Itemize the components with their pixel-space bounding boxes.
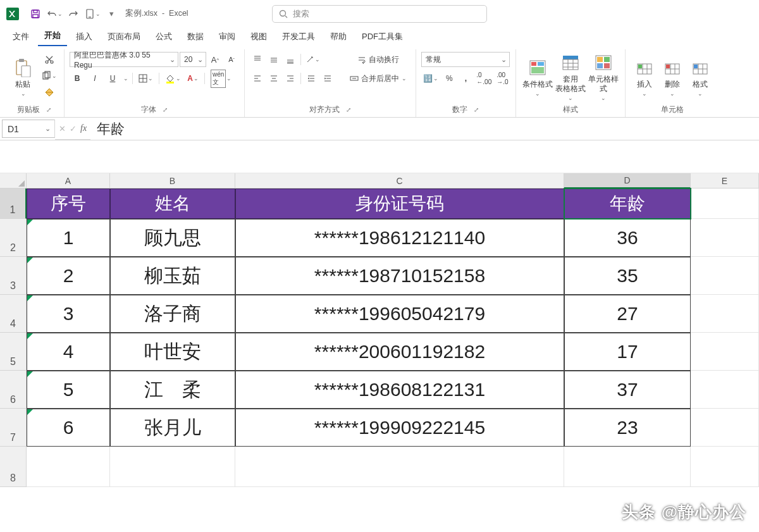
indent-decrease-button[interactable] [304, 71, 319, 86]
undo-button[interactable]: ⌄ [46, 5, 63, 23]
cell-E4[interactable] [691, 295, 759, 333]
format-cells-button[interactable]: 格式⌄ [686, 52, 714, 101]
row-header-6[interactable]: 6 [0, 371, 27, 409]
cell-A5[interactable]: 4 [27, 333, 110, 371]
format-painter-button[interactable] [39, 85, 59, 100]
tab-开始[interactable]: 开始 [38, 27, 67, 46]
cell-D5[interactable]: 17 [564, 333, 691, 371]
tab-视图[interactable]: 视图 [244, 28, 273, 46]
clipboard-launcher-icon[interactable]: ⤢ [46, 106, 51, 113]
cell-B1[interactable]: 姓名 [110, 189, 235, 219]
font-launcher-icon[interactable]: ⤢ [163, 106, 168, 113]
decrease-decimal-button[interactable]: .00→.0 [495, 71, 510, 86]
insert-cells-button[interactable]: 插入⌄ [631, 52, 658, 101]
cell-A6[interactable]: 5 [27, 371, 110, 409]
cell-C2[interactable]: ******198612121140 [235, 219, 564, 257]
underline-button[interactable]: U [105, 71, 120, 86]
redo-button[interactable] [65, 5, 82, 23]
percent-button[interactable]: % [441, 71, 457, 86]
cell-styles-button[interactable]: 单元格样式⌄ [587, 52, 620, 101]
fx-icon[interactable]: fx [80, 123, 87, 133]
cell-B5[interactable]: 叶世安 [110, 333, 235, 371]
tab-PDF工具集[interactable]: PDF工具集 [355, 28, 409, 46]
align-bottom-button[interactable] [283, 52, 298, 67]
cell-E1[interactable] [691, 189, 759, 219]
conditional-format-button[interactable]: 条件格式⌄ [521, 52, 554, 101]
indent-increase-button[interactable] [320, 71, 335, 86]
cell-E8[interactable] [691, 447, 759, 487]
tab-开发工具[interactable]: 开发工具 [276, 28, 321, 46]
tab-审阅[interactable]: 审阅 [213, 28, 242, 46]
number-launcher-icon[interactable]: ⤢ [474, 106, 479, 113]
cell-D4[interactable]: 27 [564, 295, 691, 333]
shrink-font-button[interactable]: Aˇ [224, 52, 239, 67]
cell-A3[interactable]: 2 [27, 257, 110, 295]
phonetic-button[interactable]: wén文⌄ [209, 71, 233, 86]
search-input[interactable]: 搜索 [272, 5, 487, 23]
cell-A4[interactable]: 3 [27, 295, 110, 333]
column-header-E[interactable]: E [691, 173, 759, 189]
cell-B4[interactable]: 洛子商 [110, 295, 235, 333]
cell-B6[interactable]: 江 柔 [110, 371, 235, 409]
column-header-D[interactable]: D [564, 173, 691, 189]
enter-formula-icon[interactable]: ✓ [70, 124, 77, 133]
font-color-button[interactable]: A⌄ [185, 71, 201, 86]
wrap-text-button[interactable]: 自动换行 [346, 52, 410, 67]
tab-文件[interactable]: 文件 [6, 28, 35, 46]
paste-button[interactable]: 粘贴⌄ [9, 52, 37, 101]
cell-C4[interactable]: ******199605042179 [235, 295, 564, 333]
cell-E6[interactable] [691, 371, 759, 409]
row-header-5[interactable]: 5 [0, 333, 27, 371]
row-header-8[interactable]: 8 [0, 447, 27, 487]
cell-C7[interactable]: ******199909222145 [235, 409, 564, 447]
tab-插入[interactable]: 插入 [70, 28, 99, 46]
cell-B2[interactable]: 顾九思 [110, 219, 235, 257]
cell-E2[interactable] [691, 219, 759, 257]
column-header-B[interactable]: B [110, 173, 235, 189]
cell-E7[interactable] [691, 409, 759, 447]
cancel-formula-icon[interactable]: ✕ [59, 124, 66, 133]
merge-center-button[interactable]: 合并后居中 ⌄ [346, 71, 410, 86]
cell-D6[interactable]: 37 [564, 371, 691, 409]
bold-button[interactable]: B [70, 71, 85, 86]
qat-more-button[interactable]: ▾ [102, 5, 120, 23]
align-right-button[interactable] [283, 71, 298, 86]
cell-D8[interactable] [564, 447, 691, 487]
tab-帮助[interactable]: 帮助 [324, 28, 353, 46]
font-name-select[interactable]: 阿里巴巴普惠体 3.0 55 Regu [70, 52, 178, 67]
cell-B7[interactable]: 张月儿 [110, 409, 235, 447]
cell-A2[interactable]: 1 [27, 219, 110, 257]
cell-C1[interactable]: 身份证号码 [235, 189, 564, 219]
align-center-button[interactable] [266, 71, 281, 86]
increase-decimal-button[interactable]: .0←.00 [474, 71, 493, 86]
align-top-button[interactable] [250, 52, 265, 67]
cut-button[interactable] [39, 52, 59, 67]
cell-D7[interactable]: 23 [564, 409, 691, 447]
cell-A8[interactable] [27, 447, 110, 487]
save-button[interactable] [27, 5, 44, 23]
comma-button[interactable]: , [458, 71, 473, 86]
cell-D3[interactable]: 35 [564, 257, 691, 295]
tab-公式[interactable]: 公式 [149, 28, 178, 46]
row-header-4[interactable]: 4 [0, 295, 27, 333]
column-header-A[interactable]: A [27, 173, 110, 189]
align-left-button[interactable] [250, 71, 265, 86]
cell-B8[interactable] [110, 447, 235, 487]
column-header-C[interactable]: C [235, 173, 564, 189]
cell-D2[interactable]: 36 [564, 219, 691, 257]
delete-cells-button[interactable]: 删除⌄ [658, 52, 686, 101]
name-box[interactable]: D1 [2, 120, 55, 138]
cell-D1[interactable]: 年龄 [564, 189, 691, 219]
format-as-table-button[interactable]: 套用 表格格式⌄ [554, 52, 587, 101]
spreadsheet-grid[interactable]: ABCDE 1序号姓名身份证号码年龄21顾九思******19861212114… [0, 173, 759, 487]
copy-button[interactable]: ⌄ [39, 68, 59, 84]
cell-C8[interactable] [235, 447, 564, 487]
cell-B3[interactable]: 柳玉茹 [110, 257, 235, 295]
cell-E3[interactable] [691, 257, 759, 295]
row-header-7[interactable]: 7 [0, 409, 27, 447]
grow-font-button[interactable]: A^ [207, 52, 223, 67]
cell-C3[interactable]: ******198710152158 [235, 257, 564, 295]
touch-mode-button[interactable]: ⌄ [83, 5, 101, 23]
tab-页面布局[interactable]: 页面布局 [101, 28, 147, 46]
cell-E5[interactable] [691, 333, 759, 371]
